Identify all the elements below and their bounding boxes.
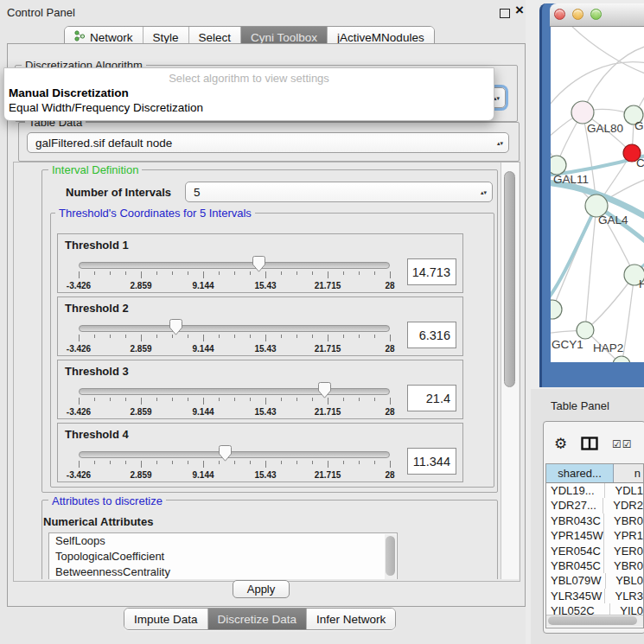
- close-traffic-light[interactable]: [554, 9, 565, 20]
- threshold-value-field[interactable]: 14.713: [407, 258, 456, 285]
- combo-stepper-icon: ▴▾: [475, 190, 487, 194]
- tab-label: Select: [199, 31, 232, 44]
- table-row[interactable]: YBR045CYBR0: [546, 558, 643, 573]
- network-node[interactable]: [571, 101, 594, 124]
- table-row[interactable]: YDL19...YDL1: [546, 483, 643, 498]
- network-node-label: H: [639, 277, 644, 290]
- tab-label: Discretize Data: [218, 613, 297, 626]
- threshold-panel: Threshold 3 -3.4262.8599.14415.4321.7152…: [57, 360, 463, 419]
- network-canvas[interactable]: GAL80GCGAL11GAL4GCY1HHAP2: [551, 27, 644, 362]
- table-horizontal-scrollbar[interactable]: [546, 615, 643, 627]
- combo-stepper-icon: ▴▾: [492, 141, 503, 145]
- table-data-select[interactable]: galFiltered.sif default node ▴▾: [27, 132, 509, 153]
- popup-hint: Select algorithm to view settings: [4, 72, 494, 85]
- attribute-item[interactable]: TopologicalCoefficient: [49, 549, 397, 564]
- slider-tick-labels: -3.4262.8599.14415.4321.71528: [79, 407, 390, 418]
- attribute-item[interactable]: BetweennessCentrality: [49, 564, 397, 579]
- close-window-button[interactable]: ×: [515, 2, 524, 19]
- number-of-intervals-label: Number of Intervals: [66, 186, 171, 199]
- table-row[interactable]: YPR145WYPR1: [546, 528, 643, 543]
- network-node-label: HAP2: [593, 341, 623, 354]
- threshold-value-field[interactable]: 21.4: [407, 385, 456, 411]
- window-title: Control Panel: [7, 6, 75, 19]
- zoom-traffic-light[interactable]: [590, 9, 602, 20]
- tab-discretize-data[interactable]: Discretize Data: [208, 609, 308, 629]
- threshold-slider[interactable]: -3.4262.8599.14415.4321.71528: [79, 444, 390, 482]
- threshold-slider[interactable]: -3.4262.8599.14415.4321.71528: [79, 381, 390, 419]
- table-row[interactable]: YBL079WYBL0: [546, 573, 643, 588]
- threshold-slider[interactable]: -3.4262.8599.14415.4321.71528: [79, 318, 390, 356]
- tab-label: Network: [90, 31, 133, 44]
- attributes-scrollbar[interactable]: [385, 534, 396, 579]
- float-window-button[interactable]: [500, 9, 510, 18]
- network-node-label: GAL80: [587, 122, 623, 135]
- slider-tick-labels: -3.4262.8599.14415.4321.71528: [79, 344, 390, 354]
- threshold-label: Threshold 1: [65, 239, 129, 252]
- threshold-value-field[interactable]: 6.316: [407, 322, 456, 348]
- number-of-intervals-select[interactable]: 5 ▴▾: [185, 182, 493, 202]
- control-panel-window: Control Panel × Network Style Select: [0, 0, 526, 644]
- table-row[interactable]: YDR27...YDR2: [546, 498, 643, 513]
- gear-icon[interactable]: ⚙: [554, 435, 567, 453]
- slider-tick-labels: -3.4262.8599.14415.4321.71528: [79, 470, 390, 481]
- tab-impute-data[interactable]: Impute Data: [124, 609, 208, 629]
- slider-tick-labels: -3.4262.8599.14415.4321.71528: [79, 281, 390, 291]
- popup-item-manual-discretization[interactable]: Manual Discretization: [9, 86, 129, 99]
- column-header-shared-name[interactable]: shared...: [546, 464, 614, 482]
- slider-track[interactable]: [79, 388, 390, 395]
- network-node[interactable]: [551, 300, 562, 319]
- numerical-attributes-list[interactable]: SelfLoopsTopologicalCoefficientBetweenne…: [48, 532, 398, 579]
- columns-icon[interactable]: [581, 437, 598, 453]
- attribute-item[interactable]: SelfLoops: [49, 533, 397, 549]
- cyni-toolbox-panel: Discretization Algorithm ▴▾ Table Data g…: [7, 43, 526, 607]
- threshold-panel: Threshold 1 -3.4262.8599.14415.4321.7152…: [57, 233, 463, 293]
- slider-thumb[interactable]: [169, 319, 182, 335]
- settings-scrollbar[interactable]: [501, 163, 519, 579]
- network-graph-icon: [74, 30, 86, 44]
- numerical-attributes-label: Numerical Attributes: [43, 515, 153, 528]
- slider-track[interactable]: [79, 325, 390, 332]
- threshold-panel: Threshold 2 -3.4262.8599.14415.4321.7152…: [57, 296, 463, 356]
- slider-ticks: [79, 271, 390, 280]
- slider-thumb[interactable]: [252, 256, 265, 272]
- slider-ticks: [79, 461, 390, 469]
- network-node-label: C: [636, 156, 644, 169]
- minimize-traffic-light[interactable]: [572, 9, 583, 20]
- popup-item-equal-width-frequency[interactable]: Equal Width/Frequency Discretization: [9, 101, 203, 114]
- network-canvas-svg: GAL80GCGAL11GAL4GCY1HHAP2: [551, 27, 644, 362]
- slider-track[interactable]: [79, 262, 390, 269]
- tab-infer-network[interactable]: Infer Network: [307, 609, 395, 629]
- slider-ticks: [79, 335, 390, 343]
- number-of-intervals-value: 5: [194, 186, 201, 199]
- network-node[interactable]: [577, 322, 594, 339]
- threshold-label: Threshold 4: [65, 428, 129, 441]
- threshold-label: Threshold 3: [65, 365, 129, 378]
- algorithm-dropdown-popup: Select algorithm to view settings Manual…: [3, 67, 494, 121]
- network-node-label: GCY1: [552, 338, 583, 351]
- slider-track[interactable]: [79, 451, 390, 458]
- network-node-label: GAL4: [598, 214, 628, 226]
- attributes-group-title: Attributes to discretize: [48, 494, 166, 507]
- table-row[interactable]: YBR043CYBR0: [546, 513, 643, 528]
- slider-thumb[interactable]: [318, 382, 331, 399]
- settings-scroll-area: Interval Definition Number of Intervals …: [14, 163, 501, 579]
- tab-label: jActiveMNodules: [337, 31, 424, 44]
- column-header-name[interactable]: n: [614, 464, 643, 482]
- bottom-tab-bar: Impute Data Discretize Data Infer Networ…: [124, 608, 396, 630]
- checkbox-columns-icon[interactable]: ☑☑: [612, 438, 633, 450]
- interval-definition-title: Interval Definition: [48, 163, 142, 176]
- table-row[interactable]: YLR345WYLR3: [546, 589, 643, 603]
- network-node[interactable]: [613, 356, 630, 362]
- slider-thumb[interactable]: [219, 445, 232, 462]
- settings-scrollbar-thumb[interactable]: [504, 171, 515, 387]
- network-window-titlebar[interactable]: [550, 3, 644, 27]
- network-node-label: G: [634, 119, 644, 132]
- threshold-value-field[interactable]: 11.344: [407, 448, 456, 475]
- table-row[interactable]: YER054CYER0: [546, 544, 643, 558]
- network-node[interactable]: [551, 156, 566, 175]
- node-table: shared... n YDL19...YDL1YDR27...YDR2YBR0…: [545, 463, 644, 628]
- slider-ticks: [79, 398, 390, 406]
- apply-button[interactable]: Apply: [233, 580, 290, 598]
- threshold-slider[interactable]: -3.4262.8599.14415.4321.71528: [79, 255, 390, 293]
- tab-label: Infer Network: [316, 613, 386, 626]
